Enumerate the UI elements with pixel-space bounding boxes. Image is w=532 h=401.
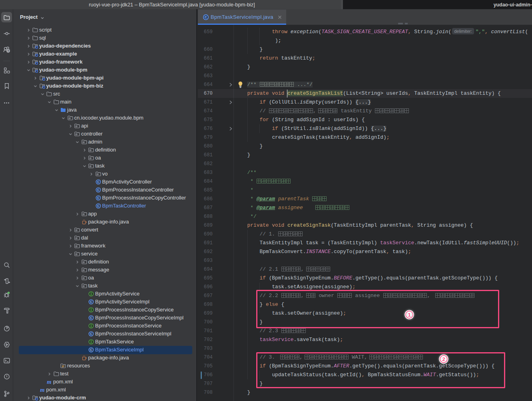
svg-text:C: C [90,332,92,336]
svg-text:C: C [97,188,100,192]
svg-text:C: C [90,300,92,304]
svg-text:1: 1 [408,312,411,318]
svg-text:m: m [47,379,51,385]
svg-text:C: C [90,348,92,352]
svg-text:2: 2 [442,356,445,362]
svg-text:m: m [40,387,44,393]
svg-text:C: C [205,15,207,19]
svg-text:?: ? [7,49,9,53]
svg-text:C: C [97,180,100,184]
svg-text:C: C [97,196,100,200]
svg-text:C: C [90,316,92,320]
svg-text:C: C [97,204,100,208]
